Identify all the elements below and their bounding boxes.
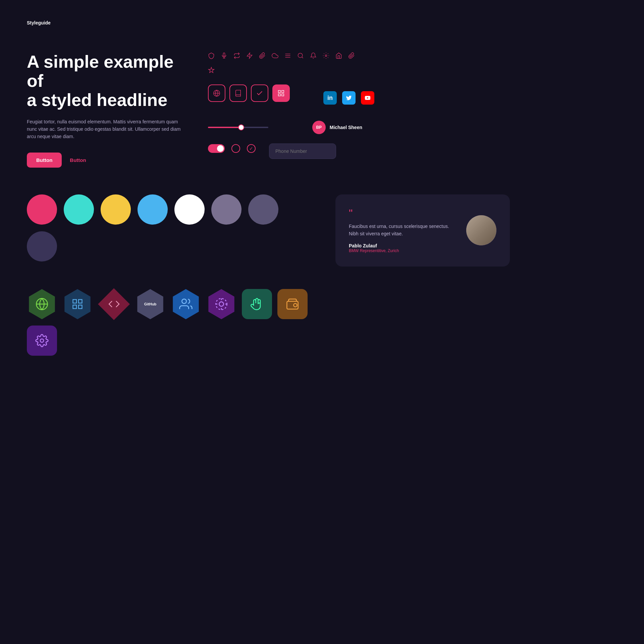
app-icon-hand[interactable]	[242, 289, 272, 319]
svg-rect-19	[73, 300, 77, 303]
svg-rect-20	[78, 300, 82, 303]
slider-container[interactable]	[208, 127, 292, 128]
book-icon-button[interactable]	[229, 84, 247, 102]
headline: A simple example of a styled headline	[27, 52, 181, 110]
primary-button[interactable]: Button	[27, 153, 62, 168]
ghost-button[interactable]: Button	[70, 157, 86, 163]
app-icon-cast[interactable]	[277, 289, 308, 319]
app-icon-touch[interactable]	[206, 289, 236, 319]
avatar-name: Michael Sheen	[330, 125, 362, 130]
app-icon-globe[interactable]	[27, 289, 57, 319]
linkedin-icon[interactable]: in	[323, 91, 337, 105]
quote-mark: "	[349, 208, 456, 219]
svg-point-23	[182, 299, 186, 303]
app-icon-settings[interactable]	[27, 326, 57, 356]
check-icon-button[interactable]	[251, 84, 268, 102]
bell-icon	[310, 52, 317, 61]
search-icon	[297, 52, 304, 61]
color-swatch-white	[174, 194, 205, 225]
svg-rect-22	[73, 305, 77, 309]
bolt-icon	[246, 52, 253, 61]
youtube-icon[interactable]	[361, 91, 374, 105]
app-icon-grid[interactable]	[62, 289, 93, 319]
app-icon-code[interactable]	[98, 288, 130, 320]
app-icons-row: GitHub	[27, 288, 309, 356]
swap-icon	[233, 52, 240, 61]
color-swatch-blue	[138, 194, 168, 225]
app-icon-github[interactable]: GitHub	[135, 289, 165, 319]
svg-point-24	[219, 302, 223, 306]
shield-icon	[208, 52, 215, 61]
svg-rect-0	[223, 53, 225, 56]
mic-icon	[221, 52, 227, 61]
sparkle-icon	[208, 67, 215, 75]
color-swatch-cyan	[64, 194, 94, 225]
svg-rect-21	[78, 305, 82, 309]
testimonial-role: BMW Representitive, Zurich	[349, 248, 456, 253]
paperclip-icon	[259, 52, 266, 61]
testimonial-avatar	[466, 215, 496, 245]
svg-point-27	[293, 304, 297, 307]
svg-rect-26	[287, 301, 298, 309]
settings-icon	[323, 52, 329, 61]
svg-marker-3	[247, 53, 252, 59]
checkbox[interactable]: ✓	[247, 144, 256, 153]
testimonial-text: Faucibus est urna, cursus scelerisque se…	[349, 223, 456, 238]
color-swatch-yellow	[101, 194, 131, 225]
page-title: Styleguide	[27, 20, 617, 25]
social-row: in	[323, 91, 374, 105]
svg-point-9	[325, 55, 327, 57]
color-swatch-purple-light	[211, 194, 241, 225]
color-swatch-pink	[27, 194, 57, 225]
attach-icon	[348, 52, 355, 61]
controls-row: ✓	[208, 144, 256, 153]
grid-icon-button[interactable]	[272, 84, 290, 102]
svg-rect-14	[282, 94, 284, 96]
toggle-switch[interactable]	[208, 144, 225, 153]
radio-button[interactable]	[231, 144, 240, 153]
globe-icon-button[interactable]	[208, 84, 225, 102]
home-icon	[335, 52, 342, 61]
svg-rect-15	[278, 94, 280, 96]
icon-row	[208, 52, 362, 75]
color-swatch-purple-mid	[248, 194, 278, 225]
avatar-row: BP Michael Sheen	[312, 121, 362, 134]
menu-icon	[284, 52, 291, 61]
color-swatch-purple-dark	[27, 231, 57, 261]
avatar: BP	[312, 121, 326, 134]
phone-input[interactable]	[269, 143, 336, 159]
body-text: Feugiat tortor, nulla euismod elementum.…	[27, 118, 181, 140]
svg-rect-12	[278, 91, 280, 93]
app-icon-people[interactable]	[171, 289, 201, 319]
icon-button-row	[208, 84, 290, 102]
svg-line-8	[302, 57, 303, 58]
svg-point-28	[40, 339, 44, 342]
color-swatches	[27, 194, 309, 261]
svg-point-7	[298, 53, 303, 58]
testimonial-author: Pablo Zulauf	[349, 243, 456, 248]
twitter-icon[interactable]	[342, 91, 356, 105]
cloud-icon	[272, 52, 278, 61]
testimonial-card: " Faucibus est urna, cursus scelerisque …	[335, 194, 510, 267]
svg-rect-13	[282, 91, 284, 93]
